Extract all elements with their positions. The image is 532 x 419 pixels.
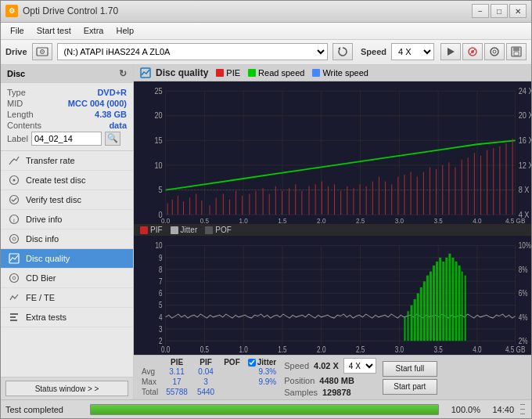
svg-rect-180 — [448, 254, 451, 341]
nav-label-disc-quality: Disc quality — [26, 254, 70, 263]
progress-bar — [90, 404, 439, 415]
menu-start-test[interactable]: Start test — [31, 24, 77, 37]
svg-rect-105 — [417, 176, 418, 215]
quality-icon — [9, 253, 20, 264]
menu-file[interactable]: File — [4, 24, 31, 37]
svg-rect-118 — [499, 146, 500, 215]
drive-select[interactable]: (N:) ATAPI iHAS224 A ZL0A — [57, 43, 328, 60]
type-value: DVD+R — [97, 88, 127, 97]
svg-rect-122 — [134, 236, 531, 355]
sidebar-item-transfer-rate[interactable]: Transfer rate — [1, 151, 133, 171]
legend-jitter[interactable]: Jitter — [171, 226, 198, 234]
speed-label: Speed — [284, 361, 309, 370]
svg-rect-110 — [448, 162, 449, 215]
svg-rect-72 — [201, 200, 202, 215]
svg-rect-176 — [436, 262, 438, 341]
resize-grip[interactable] — [520, 403, 527, 417]
position-label: Position — [284, 376, 315, 385]
svg-rect-73 — [210, 205, 210, 215]
disc-label-row: Label 🔍 — [7, 132, 127, 146]
svg-rect-75 — [223, 193, 224, 215]
svg-rect-87 — [301, 191, 302, 215]
maximize-button[interactable]: □ — [491, 4, 508, 18]
progress-bar-fill — [91, 405, 438, 414]
svg-rect-120 — [512, 139, 513, 215]
drive-label: Drive — [5, 47, 27, 56]
svg-rect-179 — [445, 258, 448, 341]
pie-header: PIE — [161, 358, 192, 367]
legend-pie[interactable]: PIE — [216, 68, 240, 78]
nav-label-extra-tests: Extra tests — [26, 312, 66, 322]
nav-label-cd-bier: CD Bier — [26, 273, 56, 283]
svg-rect-181 — [451, 258, 454, 341]
status-window-button[interactable]: Status window > > — [5, 381, 128, 396]
panel-icon — [140, 67, 151, 78]
svg-line-7 — [469, 49, 476, 55]
sidebar-item-disc-quality[interactable]: Disc quality — [1, 249, 133, 269]
svg-text:2.0: 2.0 — [317, 216, 325, 224]
start-full-button[interactable]: Start full — [383, 361, 437, 377]
svg-text:5: 5 — [159, 302, 163, 310]
svg-rect-171 — [420, 287, 422, 341]
legend-pof-label: POF — [215, 226, 232, 234]
chart1-container: 25 20 15 10 5 0 24 X 20 X 16 X 12 X — [134, 81, 531, 224]
refresh-drive-button[interactable] — [332, 43, 353, 60]
chart2-legend-header: PIF Jitter POF — [134, 224, 531, 236]
jitter-total — [245, 387, 279, 397]
burn-button[interactable] — [484, 43, 505, 60]
svg-rect-80 — [255, 191, 256, 215]
svg-text:3: 3 — [159, 325, 163, 334]
sidebar-item-drive-info[interactable]: i Drive info — [1, 210, 133, 229]
minimize-button[interactable]: − — [472, 4, 489, 18]
speed-select[interactable]: 4 X — [391, 43, 434, 60]
svg-point-19 — [13, 237, 16, 240]
svg-text:0.5: 0.5 — [200, 346, 209, 355]
total-label: Total — [138, 387, 161, 397]
position-row: Position 4480 MB — [284, 376, 376, 385]
pie-total: 55788 — [161, 387, 192, 397]
sidebar-item-cd-bier[interactable]: CD Bier — [1, 269, 133, 288]
sidebar-item-verify-test-disc[interactable]: Verify test disc — [1, 190, 133, 210]
svg-rect-85 — [289, 188, 289, 215]
jitter-checkbox[interactable] — [248, 359, 256, 367]
play-button[interactable] — [440, 43, 461, 60]
legend-pif[interactable]: PIF — [140, 226, 163, 234]
sidebar-item-disc-info[interactable]: Disc info — [1, 229, 133, 249]
speed-select-dropdown[interactable]: 4 X — [343, 358, 376, 374]
start-part-button[interactable]: Start part — [383, 379, 437, 395]
status-window-container: Status window > > — [1, 377, 133, 399]
menu-extra[interactable]: Extra — [77, 24, 110, 37]
close-button[interactable]: ✕ — [509, 4, 527, 18]
sidebar-item-create-test-disc[interactable]: Create test disc — [1, 171, 133, 190]
erase-button[interactable] — [462, 43, 483, 60]
legend-pof[interactable]: POF — [205, 226, 232, 234]
legend-read-speed[interactable]: Read speed — [248, 68, 304, 78]
svg-rect-68 — [178, 196, 178, 215]
label-edit-button[interactable]: 🔍 — [105, 132, 120, 146]
disc-icon — [9, 175, 20, 186]
sidebar-item-extra-tests[interactable]: Extra tests — [1, 308, 133, 327]
save-button[interactable] — [506, 43, 527, 60]
disc-refresh-button[interactable]: ↻ — [119, 68, 127, 79]
menu-help[interactable]: Help — [110, 24, 140, 37]
statusbar: Test completed 100.0% 14:40 — [1, 399, 531, 418]
svg-text:7: 7 — [159, 277, 163, 286]
svg-text:3.0: 3.0 — [395, 346, 404, 355]
legend-write-speed[interactable]: Write speed — [312, 68, 368, 78]
svg-rect-11 — [513, 47, 519, 51]
titlebar: ⚙ Opti Drive Control 1.70 − □ ✕ — [1, 1, 531, 23]
label-input[interactable] — [31, 132, 102, 146]
svg-text:8: 8 — [159, 265, 163, 274]
sidebar-item-fe-te[interactable]: FE / TE — [1, 288, 133, 308]
svg-text:20 X: 20 X — [519, 110, 531, 120]
svg-rect-178 — [442, 262, 444, 341]
pof-max — [219, 377, 245, 387]
stats-footer: PIE PIF POF Jitter Avg 3.11 0 — [134, 355, 531, 399]
sidebar: Disc ↻ Type DVD+R MID MCC 004 (000) Leng… — [1, 65, 134, 399]
svg-text:10: 10 — [154, 161, 163, 170]
svg-rect-116 — [487, 150, 487, 215]
svg-rect-74 — [216, 197, 217, 215]
svg-text:2%: 2% — [519, 337, 528, 345]
titlebar-left: ⚙ Opti Drive Control 1.70 — [5, 5, 118, 17]
titlebar-title: Opti Drive Control 1.70 — [23, 5, 118, 16]
